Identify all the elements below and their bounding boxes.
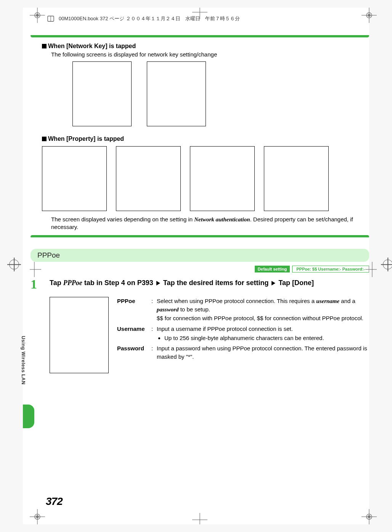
triangle-icon: [272, 281, 275, 285]
source-file-header: 00M1000EN.book 372 ページ ２００４年１１月２４日 水曜日 午…: [46, 14, 365, 24]
screenshot-placeholder: [190, 146, 255, 211]
registration-mark-left: [9, 260, 19, 269]
triangle-icon: [156, 281, 160, 285]
step-number: 1: [31, 278, 50, 291]
pppoe-details: PPPoe : Select when using PPPoe protocol…: [50, 297, 369, 373]
screenshot-placeholder: [147, 61, 206, 126]
section-divider-top: [31, 35, 369, 37]
note-ital: Network authentication: [194, 216, 250, 222]
screenshot-placeholder: [264, 146, 329, 211]
subheading-text: When [Property] is tapped: [48, 135, 124, 142]
crop-mark: [192, 513, 207, 524]
screenshot-placeholder: [42, 146, 107, 211]
file-header-text: 00M1000EN.book 372 ページ ２００４年１１月２４日 水曜日 午…: [59, 15, 240, 22]
default-setting-row: Default setting PPPoe: $$ Username:- Pas…: [31, 266, 369, 272]
step-end: Tap [Done]: [276, 279, 314, 287]
step-pre: Tap: [50, 279, 63, 287]
field-username: Username : Input a username if PPPoe pro…: [117, 325, 369, 342]
property-note: The screen displayed varies depending on…: [51, 216, 369, 231]
field-label: Username: [117, 325, 151, 342]
screenshots-row-2: [42, 146, 369, 211]
step-1: 1 Tap PPPoe tab in Step 4 on P393 Tap th…: [31, 278, 369, 291]
default-setting-value: PPPoe: $$ Username:- Password:-: [292, 266, 369, 272]
section-divider-bottom: [31, 235, 369, 237]
subheading-text: When [Network Key] is tapped: [48, 43, 136, 50]
book-icon: [46, 14, 56, 24]
step-mid2: Tap the desired items for setting: [161, 279, 271, 287]
field-value: Input a password when using PPPoe protoc…: [157, 344, 369, 361]
colon: :: [151, 297, 157, 322]
subheading-property: When [Property] is tapped: [42, 135, 369, 142]
subheading-network-key: When [Network Key] is tapped: [42, 43, 369, 50]
crop-mark: [30, 8, 45, 23]
section-side-label: Using Wireless LAN: [21, 336, 26, 385]
field-label: Password: [117, 344, 151, 361]
screenshots-row-1: [72, 61, 369, 126]
screenshot-placeholder: [116, 146, 181, 211]
field-value: Input a username if PPPoe protocol conne…: [157, 325, 369, 342]
step-mid: tab in Step 4 on P393: [82, 279, 155, 287]
registration-mark-right: [383, 260, 392, 269]
field-value: Select when using PPPoe protocol connect…: [157, 297, 369, 322]
colon: :: [151, 325, 157, 342]
square-bullet-icon: [42, 44, 47, 48]
field-pppoe: PPPoe : Select when using PPPoe protocol…: [117, 297, 369, 322]
description-text: The following screens is displayed for n…: [51, 51, 369, 58]
section-heading-pppoe: PPPoe: [31, 249, 369, 262]
field-label: PPPoe: [117, 297, 151, 322]
section-side-tab: [23, 405, 34, 428]
note-pre: The screen displayed varies depending on…: [51, 216, 194, 222]
screenshot-placeholder: [50, 297, 109, 373]
field-password: Password : Input a password when using P…: [117, 344, 369, 361]
step-instruction: Tap PPPoe tab in Step 4 on P393 Tap the …: [50, 278, 314, 288]
colon: :: [151, 344, 157, 361]
screenshot-placeholder: [72, 61, 132, 126]
page-number: 372: [46, 495, 63, 508]
crop-mark: [30, 509, 45, 524]
bullet-item: Up to 256 single-byte alphanumeric chara…: [164, 334, 369, 342]
square-bullet-icon: [42, 137, 47, 141]
step-ital: PPPoe: [63, 279, 82, 287]
field-value-line2: $$ for connection with PPPoe protocol, $…: [157, 314, 369, 322]
default-setting-label: Default setting: [255, 266, 290, 272]
crop-mark: [361, 509, 377, 524]
